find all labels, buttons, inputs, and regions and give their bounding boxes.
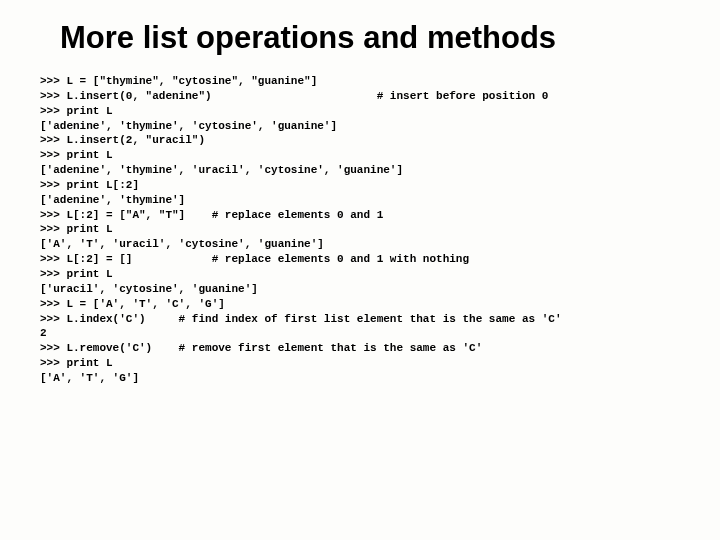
slide-title: More list operations and methods	[40, 20, 680, 56]
code-block: >>> L = ["thymine", "cytosine", "guanine…	[40, 74, 680, 386]
slide-container: More list operations and methods >>> L =…	[0, 0, 720, 406]
